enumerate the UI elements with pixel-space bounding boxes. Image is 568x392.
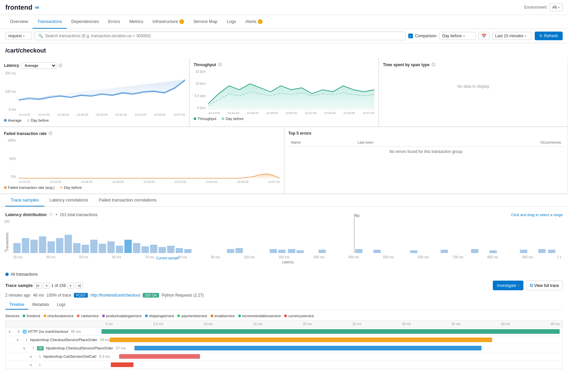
trace-next-btn[interactable]: > — [67, 283, 74, 289]
svg-rect-6 — [65, 235, 72, 253]
expand-icon[interactable]: ∨ — [23, 346, 30, 350]
nav-transactions[interactable]: Transactions — [33, 15, 67, 29]
svg-rect-24 — [278, 250, 285, 253]
refresh-button[interactable]: ↻ Refresh — [535, 32, 563, 40]
throughput-dot — [194, 117, 196, 120]
nav-overview[interactable]: Overview — [5, 15, 33, 29]
svg-rect-33 — [489, 250, 497, 253]
latency-y-axis: 200 ms 100 ms 0 ms — [4, 71, 17, 111]
search-box: 🔍 — [35, 32, 406, 40]
app-title: frontend ∞ — [5, 4, 39, 11]
request-dropdown[interactable]: request ▾ — [5, 32, 32, 40]
comparison-checkbox[interactable] — [408, 34, 413, 38]
svg-rect-25 — [288, 249, 295, 253]
search-input[interactable] — [45, 34, 402, 38]
latency-chart: 200 ms 100 ms 0 ms — [4, 71, 185, 116]
row1-count: 8 — [18, 330, 20, 333]
latency-panel: Latency Average 95th percentile 99th per… — [0, 58, 189, 127]
dist-y-labels: 100 1 — [4, 220, 10, 253]
svg-rect-8 — [82, 245, 89, 253]
dist-title: Latency distribution — [5, 212, 47, 217]
day-before-dropdown[interactable]: Day before ▾ — [439, 32, 476, 40]
expand-icon[interactable]: ∨ — [30, 363, 36, 367]
row1-text: HTTP 2xx /cart/checkout — [28, 329, 68, 333]
nav-metrics[interactable]: Metrics — [125, 15, 148, 29]
svg-rect-11 — [107, 241, 115, 253]
svg-rect-34 — [520, 250, 527, 253]
row2-text: hipstershop.CheckoutService/PlaceOrder — [30, 338, 97, 342]
currency-dot — [284, 315, 287, 317]
timeline-tab-timeline[interactable]: Timeline — [5, 300, 28, 310]
nav-alerts[interactable]: Alerts ! — [241, 15, 267, 29]
failed-rate-chart: 100% 50% 0% 10:42:0010 — [4, 139, 280, 184]
no-data-label: No data to display — [383, 70, 564, 103]
svg-rect-0 — [13, 243, 21, 253]
service-cart: cartservice — [77, 314, 98, 318]
dist-bars-container[interactable]: 95p Current sample — [13, 220, 563, 254]
nav-logs[interactable]: Logs — [222, 15, 241, 29]
nav-infrastructure[interactable]: Infrastructure ! — [148, 15, 189, 29]
failed-rate-panel: Failed transaction rate ⓘ 100% 50% 0% — [0, 127, 284, 194]
metric-select[interactable]: Average 95th percentile 99th percentile — [21, 62, 57, 69]
errors-col-name: Name — [288, 138, 355, 147]
recommendation-dot — [238, 315, 241, 317]
trace-url[interactable]: http://frontend/cart/checkout — [91, 293, 140, 298]
trace-meta: 2 minutes ago 46 ms 100% of trace POST h… — [5, 293, 563, 298]
external-link-icon: ⧉ — [530, 283, 533, 288]
expand-icon[interactable]: ∨ — [30, 355, 36, 358]
calendar-button[interactable]: 📅 — [478, 32, 489, 40]
row4-bar-area — [110, 354, 560, 359]
trace-first-btn[interactable]: |< — [34, 283, 42, 289]
svg-rect-16 — [150, 245, 157, 253]
svg-rect-1 — [22, 238, 29, 253]
row1-bar-area — [101, 329, 560, 334]
row2-count: 1 — [26, 338, 28, 342]
services-legend: Services frontend checkoutservice cartse… — [5, 314, 563, 318]
service-email: emailservice — [211, 314, 235, 318]
nav-dependencies[interactable]: Dependencies — [67, 15, 103, 29]
row5-count: 1 — [39, 363, 41, 367]
trace-sample-header: Trace sample |< < 1 of 159 > >| Investig… — [5, 281, 563, 290]
investigate-button[interactable]: Investigate ▾ — [493, 281, 523, 290]
trace-last-btn[interactable]: >| — [75, 283, 83, 289]
avg-dot — [4, 119, 7, 122]
svg-rect-3 — [39, 236, 46, 253]
timeline-tab-logs[interactable]: Logs — [53, 300, 70, 310]
tab-failed-correlations[interactable]: Failed transaction correlations — [94, 194, 162, 206]
timeline-tab-metadata[interactable]: Metadata — [28, 300, 53, 310]
row4-bar — [119, 354, 200, 359]
trace-sample-label: Trace sample — [5, 283, 33, 288]
failed-y-axis: 100% 50% 0% — [4, 139, 17, 179]
expand-icon[interactable]: ∨ — [8, 330, 15, 333]
errors-table: Name Last seen Occurrences No errors fou… — [288, 138, 564, 157]
tab-latency-correlations[interactable]: Latency correlations — [44, 194, 94, 206]
method-badge: POST — [74, 293, 88, 298]
timeline-tabs: Timeline Metadata Logs — [5, 300, 563, 310]
info-icon: ⓘ — [49, 212, 53, 217]
timeline-row-2: ∨ 1 hipstershop.CheckoutService/PlaceOrd… — [6, 336, 562, 344]
dist-title-row: Latency distribution ⓘ • 151 total trans… — [5, 212, 98, 217]
toolbar-right: Comparison Day before ▾ 📅 Last 15 minute… — [408, 32, 563, 40]
dist-svg — [13, 220, 563, 253]
nav-service-map[interactable]: Service Map — [189, 15, 222, 29]
nav-errors[interactable]: Errors — [103, 15, 124, 29]
env-dropdown[interactable]: All ▾ — [549, 3, 563, 11]
info-icon: ⓘ — [49, 131, 52, 136]
view-full-trace-button[interactable]: ⧉ View full trace — [526, 281, 563, 290]
time-label: Last 15 minutes — [495, 34, 523, 38]
page-title: /cart/checkout — [0, 43, 568, 58]
tab-trace-samples[interactable]: Trace samples — [5, 194, 44, 206]
throughput-title: Throughput ⓘ — [194, 62, 374, 67]
throughput-y-axis: 15 tpm 10 tpm 5.0 tpm 0 tpm — [194, 70, 207, 110]
time-dropdown[interactable]: Last 15 minutes ▾ — [492, 32, 532, 40]
row4-duration: 8.3 ms — [99, 354, 110, 358]
alerts-badge: ! — [258, 19, 263, 24]
trace-prev-btn[interactable]: < — [43, 283, 50, 289]
env-value: All — [552, 5, 557, 10]
expand-icon[interactable]: ∨ — [16, 338, 23, 342]
svg-rect-15 — [141, 246, 149, 253]
service-recommendation: recommendationservice — [238, 314, 281, 318]
service-currency: currencyservice — [284, 314, 314, 318]
failed-dot — [4, 186, 7, 189]
throughput-chart: 15 tpm 10 tpm 5.0 tpm 0 tpm — [194, 70, 374, 115]
